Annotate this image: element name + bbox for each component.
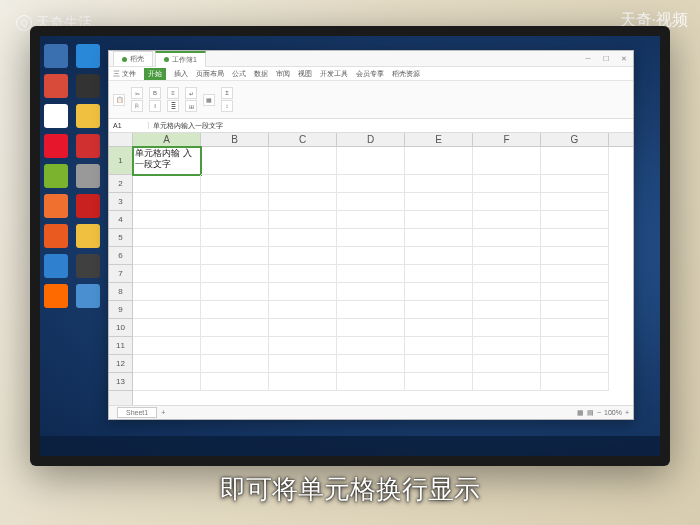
menu-item[interactable]: 公式 [232,69,246,79]
italic-button[interactable]: I [149,100,161,112]
cell[interactable] [269,337,337,355]
cell[interactable] [269,229,337,247]
cell[interactable] [541,247,609,265]
cell[interactable] [133,193,201,211]
column-header[interactable]: A [133,133,201,146]
document-tab[interactable]: 工作簿1 [155,51,206,67]
cell[interactable] [405,373,473,391]
cell[interactable] [473,229,541,247]
menu-item[interactable]: 开发工具 [320,69,348,79]
view-normal-icon[interactable]: ▦ [577,409,584,417]
cell[interactable] [405,247,473,265]
row-header[interactable]: 7 [109,265,132,283]
desktop-icon-app-red[interactable] [44,74,68,98]
desktop-icon-app-gray[interactable] [76,164,100,188]
cell[interactable] [405,229,473,247]
cell[interactable] [201,265,269,283]
cell-reference-box[interactable]: A1 [109,122,149,129]
cell[interactable] [541,337,609,355]
sheet-tab[interactable]: Sheet1 [117,407,157,418]
zoom-in-button[interactable]: + [625,409,629,416]
minimize-button[interactable]: ─ [579,52,597,66]
cell[interactable] [133,355,201,373]
desktop-icon-app-orange2[interactable] [44,224,68,248]
menu-item[interactable]: 审阅 [276,69,290,79]
cell[interactable] [337,301,405,319]
menu-item[interactable]: 三 文件 [113,69,136,79]
cell[interactable] [201,229,269,247]
cell[interactable] [337,337,405,355]
cell[interactable] [269,301,337,319]
align-center-button[interactable]: ≣ [167,100,179,112]
menu-item[interactable]: 页面布局 [196,69,224,79]
row-header[interactable]: 4 [109,211,132,229]
cell[interactable] [201,283,269,301]
cell[interactable] [337,373,405,391]
cell[interactable] [473,247,541,265]
cell[interactable] [201,373,269,391]
cell[interactable] [473,355,541,373]
close-button[interactable]: ✕ [615,52,633,66]
cell[interactable] [405,301,473,319]
cell[interactable] [337,265,405,283]
column-header[interactable]: B [201,133,269,146]
desktop-icon-recycle-bin[interactable] [44,44,68,68]
cell[interactable] [541,211,609,229]
cell[interactable] [473,373,541,391]
cell[interactable] [473,319,541,337]
cell[interactable] [133,265,201,283]
cell[interactable] [269,319,337,337]
bold-button[interactable]: B [149,87,161,99]
column-header[interactable]: G [541,133,609,146]
cell[interactable] [473,147,541,175]
desktop-icon-app-dark[interactable] [76,74,100,98]
desktop-icon-app-orange[interactable] [44,194,68,218]
row-header[interactable]: 6 [109,247,132,265]
cell[interactable] [405,147,473,175]
cell[interactable] [269,147,337,175]
cell[interactable] [269,355,337,373]
desktop-icon-app-dark2[interactable] [76,254,100,278]
cell[interactable] [541,355,609,373]
desktop-icon-app-orange3[interactable] [44,284,68,308]
row-header[interactable]: 3 [109,193,132,211]
desktop-icon-qq[interactable] [44,104,68,128]
menu-item[interactable]: 视图 [298,69,312,79]
cell[interactable] [405,193,473,211]
cell[interactable] [405,175,473,193]
row-header[interactable]: 11 [109,337,132,355]
cell[interactable] [201,247,269,265]
menu-item[interactable]: 开始 [144,68,166,80]
cell[interactable] [541,147,609,175]
cell[interactable] [541,175,609,193]
cell[interactable] [541,301,609,319]
sum-button[interactable]: Σ [221,87,233,99]
cell[interactable] [133,373,201,391]
desktop-icon-wechat[interactable] [44,164,68,188]
cell[interactable] [133,247,201,265]
row-header[interactable]: 10 [109,319,132,337]
cell[interactable] [337,283,405,301]
cell[interactable] [337,147,405,175]
cell[interactable] [133,211,201,229]
cell[interactable] [201,337,269,355]
cell[interactable] [269,247,337,265]
add-sheet-button[interactable]: + [161,409,165,416]
cell[interactable] [541,265,609,283]
maximize-button[interactable]: ☐ [597,52,615,66]
cell[interactable] [201,147,269,175]
cell[interactable] [201,319,269,337]
cells-area[interactable]: 单元格内输 入一段文字 [133,147,633,405]
cell[interactable] [133,229,201,247]
cell[interactable] [269,193,337,211]
row-header[interactable]: 12 [109,355,132,373]
cell[interactable] [541,229,609,247]
zoom-out-button[interactable]: − [597,409,601,416]
cell[interactable] [405,211,473,229]
menu-item[interactable]: 稻壳资源 [392,69,420,79]
cell[interactable] [337,229,405,247]
cell[interactable] [405,265,473,283]
cell[interactable] [541,319,609,337]
column-header[interactable]: E [405,133,473,146]
cell[interactable] [405,283,473,301]
